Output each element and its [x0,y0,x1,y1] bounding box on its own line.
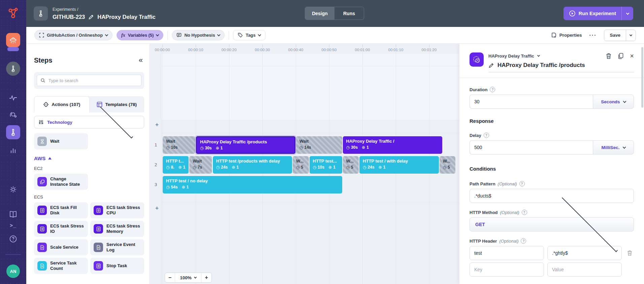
http-method-select[interactable]: GET [470,217,634,232]
step-item-label: ECS task Stress Memory [106,223,141,235]
sidebar-item-reports[interactable] [0,147,26,154]
technology-filter[interactable]: Technology [34,116,144,129]
empty-lane-band [161,54,459,120]
experiment-name[interactable]: HAProxy Delay Traffic [97,14,155,20]
hypothesis-label: No Hypothesis [184,33,215,38]
tags-button[interactable]: Tags [233,30,265,40]
save-options-dropdown[interactable] [626,30,636,41]
duration-chip: ◷10s [313,165,325,170]
step-library-item[interactable]: Service Task Count [34,258,88,274]
timeline-block[interactable]: Wait◷14s [296,136,342,154]
sidebar-item-experiments-alt[interactable] [0,62,26,76]
doc-icon [37,243,47,252]
step-library-item[interactable]: Wait [34,133,88,149]
timeline-lane[interactable]: 3HTTP test / no delay◷54s⊕1 [150,176,459,193]
action-type-selector[interactable]: HAProxy Delay Traffic [488,54,540,59]
delay-unit-select[interactable]: MilliSec. [593,140,634,154]
haproxy-action-icon [470,52,484,67]
step-library-item[interactable]: Stop Task [90,258,144,274]
properties-label: Properties [559,33,582,38]
header-value-input[interactable] [547,246,622,260]
path-pattern-input[interactable] [470,189,634,203]
tab-design[interactable]: Design [305,7,334,20]
sidebar-item-landscape[interactable] [0,110,26,119]
zoom-level-select[interactable]: 100% [175,273,201,282]
step-title-editor[interactable]: HAProxy Delay Traffic /products [488,62,634,72]
tab-runs[interactable]: Runs [334,7,364,20]
sidebar-item-experiments[interactable] [0,125,26,139]
aws-group-header[interactable]: AWS [34,155,144,161]
block-label: HTTP test / with delay [363,158,436,164]
timeline-block[interactable]: HTTP test / no delay◷54s⊕1 [163,176,342,193]
step-library-item[interactable]: ECS task Fill Disk [34,202,88,218]
timeline-block[interactable]: HTTP test...◷10s⊕1 [310,156,342,174]
steps-tabs: Actions (107) Templates (78) [34,96,144,112]
zoom-out-button[interactable]: − [165,273,175,282]
properties-button[interactable]: Properties [551,32,582,38]
step-library-item[interactable]: Scale Service [34,239,88,255]
timeline-block[interactable]: W...◷5 [293,156,309,174]
timeline-block[interactable]: HAProxy Delay Traffic /products◷30s⊕1 [196,136,295,154]
timeline-block[interactable]: Wait◷7s [189,156,212,174]
edit-pencil-icon[interactable] [88,14,94,20]
add-lane-button-top[interactable]: + [153,121,161,129]
save-button[interactable]: Save [604,30,626,41]
sidebar-item-cli[interactable]: >_ [0,223,26,229]
header-key-input[interactable] [470,246,544,260]
duration-input[interactable] [470,95,593,109]
info-icon[interactable]: ? [490,87,495,92]
user-menu[interactable]: AN [0,264,26,278]
step-library-item[interactable]: ECS task Stress IO [34,221,88,237]
new-header-value-input[interactable] [547,262,622,277]
timeline-block[interactable]: W...◷5 [343,156,359,174]
timeline-block[interactable]: Wait◷10s [163,136,195,154]
info-icon[interactable]: ? [522,210,527,215]
sidebar-item-activity[interactable] [0,94,26,102]
timeline-block[interactable]: HTTP t...◷8.⊕1 [163,156,189,174]
step-library-item[interactable]: Service Event Log [90,239,144,255]
scrollbar[interactable] [641,47,643,108]
sidebar-item-help[interactable] [0,235,26,243]
step-library-item[interactable]: Change Instance State [34,174,88,190]
environment-selector[interactable]: GitHubAction / Onlineshop [34,30,112,40]
hypothesis-button[interactable]: No Hypothesis [172,30,225,40]
timeline-block[interactable]: W...◷5 [440,156,456,174]
step-library-item[interactable]: ECS task Stress Memory [90,221,144,237]
new-header-key-input[interactable] [470,262,544,277]
timeline-block[interactable]: HTTP test /products with delay◷24s⊕1 [213,156,292,174]
timeline-block[interactable]: HAProxy Delay Traffic /◷30s⊕1 [343,136,442,154]
tab-actions[interactable]: Actions (107) [34,96,90,112]
delay-input[interactable] [470,140,593,154]
info-icon[interactable]: ? [519,181,525,186]
collapse-panel-button[interactable]: « [139,56,144,65]
tab-templates[interactable]: Templates (78) [90,96,144,112]
close-panel-button[interactable]: × [630,52,634,59]
delete-step-button[interactable] [606,53,612,59]
timeline-block[interactable]: HTTP test / with delay◷24s⊕1 [359,156,439,174]
step-subgroup-label: EC2 [34,166,144,171]
action-config-panel: HAProxy Delay Traffic × [459,44,644,284]
step-library-item[interactable]: ECS task Stress CPU [90,202,144,218]
variables-button[interactable]: fx Variables (5) [117,30,163,40]
info-icon[interactable]: ? [521,238,526,244]
timeline-canvas[interactable]: 00:00:0000:00:1000:00:2000:00:3000:00:40… [150,44,459,284]
more-menu[interactable]: ··· [589,32,597,38]
timeline-lane[interactable]: 2HTTP t...◷8.⊕1Wait◷7sHTTP test /product… [150,156,459,174]
add-lane-button-bottom[interactable]: + [153,205,161,212]
run-experiment-button[interactable]: Run Experiment [564,7,633,20]
sidebar-item-docs[interactable] [0,210,26,218]
search-input[interactable] [49,78,138,83]
duration-unit-select[interactable]: Seconds [593,95,634,109]
run-options-dropdown[interactable] [622,12,633,15]
info-icon[interactable]: ? [484,133,489,138]
zoom-in-button[interactable]: + [201,273,212,282]
block-label: Wait [299,139,339,144]
steadybit-logo[interactable] [0,6,26,20]
remove-header-button[interactable] [625,250,634,256]
task-icon [94,224,103,234]
sidebar-item-home[interactable] [0,33,26,47]
sidebar-item-settings[interactable] [0,185,26,194]
breadcrumb[interactable]: Experiments / [53,7,156,12]
timeline-lane[interactable]: 1Wait◷10sHAProxy Delay Traffic /products… [150,136,459,154]
duplicate-step-button[interactable] [618,53,624,59]
